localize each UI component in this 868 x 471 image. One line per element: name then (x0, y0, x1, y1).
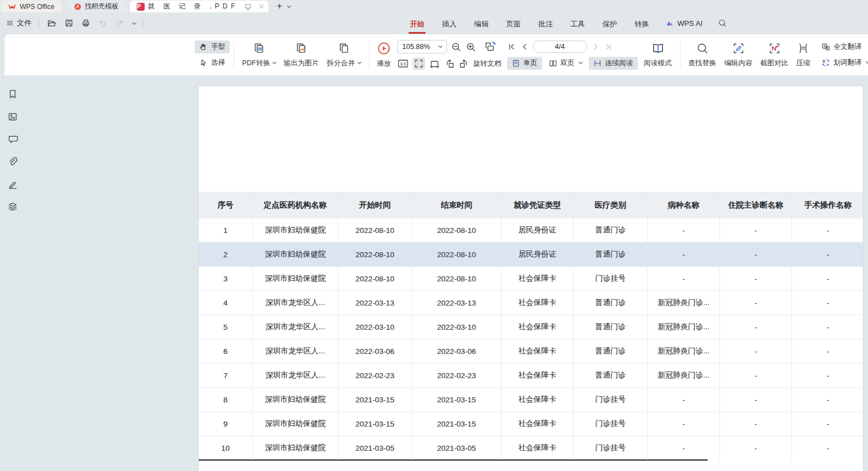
continuous-read-button[interactable]: 连续阅读 (589, 57, 638, 70)
divider (39, 19, 39, 28)
column-header: 医疗类别 (574, 192, 648, 218)
table-cell: 普通门诊 (574, 291, 648, 315)
table-cell: - (792, 218, 864, 242)
export-image-button[interactable]: 输出为图片 (280, 42, 323, 68)
table-row: 6深圳市龙华区人...2022-03-062022-03-06社会保障卡普通门诊… (199, 339, 863, 363)
table-cell: 2022-08-10 (412, 243, 502, 266)
menu-item-0[interactable]: 开始 (409, 14, 426, 33)
table-cell: 2021-03-15 (412, 388, 502, 411)
menu-item-6[interactable]: 保护 (601, 14, 618, 33)
table-cell: 深圳市妇幼保健院 (253, 436, 338, 460)
full-translate-button[interactable]: A 文 全文翻译 (817, 41, 868, 53)
zoom-out-icon[interactable] (451, 42, 462, 52)
close-tab-icon[interactable] (258, 3, 265, 10)
first-page-icon[interactable] (507, 42, 516, 51)
menu-item-4[interactable]: 批注 (537, 14, 554, 33)
table-row: 5深圳市龙华区人...2022-03-102022-03-10社会保障卡普通门诊… (199, 315, 863, 339)
table-cell: 2021-03-05 (412, 436, 502, 460)
split-merge-button[interactable]: 拆分合并 (323, 42, 365, 68)
table-row: 9深圳市妇幼保健院2021-03-152021-03-15社会保障卡门诊挂号--… (199, 411, 863, 436)
undo-icon[interactable] (98, 19, 108, 28)
redo-icon[interactable] (115, 19, 124, 28)
table-cell: 深圳市龙华区人... (253, 315, 338, 339)
zoom-level-dropdown[interactable]: 105.88% (397, 40, 447, 53)
print-icon[interactable] (81, 19, 91, 28)
monitor-icon[interactable] (244, 3, 252, 11)
screenshot-compare-button[interactable]: 截图对比 (757, 42, 793, 68)
next-page-icon[interactable] (591, 42, 600, 51)
save-icon[interactable] (64, 19, 74, 28)
table-cell: 社会保障卡 (502, 339, 574, 363)
menu-item-1[interactable]: 插入 (441, 14, 458, 33)
document-area: 序号定点医药机构名称开始时间结束时间就诊凭证类型医疗类别病种名称住院主诊断名称手… (0, 75, 868, 471)
edit-content-button[interactable]: 编辑内容 (721, 42, 757, 68)
table-cell: 2022-08-10 (338, 243, 412, 266)
medical-records-table: 序号定点医药机构名称开始时间结束时间就诊凭证类型医疗类别病种名称住院主诊断名称手… (199, 192, 863, 461)
pdf-logo-icon: P (137, 3, 145, 11)
divider (680, 42, 681, 68)
full-translate-label: 全文翻译 (834, 42, 862, 52)
open-folder-icon[interactable] (47, 19, 57, 28)
zoom-in-icon[interactable] (466, 42, 476, 52)
cursor-icon (199, 59, 208, 67)
play-button[interactable]: 播放 (373, 42, 395, 69)
read-mode-button[interactable]: 阅读模式 (640, 42, 676, 68)
double-page-button[interactable]: 双页 (544, 57, 587, 70)
hand-tool-button[interactable]: 手型 (195, 41, 230, 53)
chevron-down-icon (357, 60, 361, 64)
svg-text:文: 文 (826, 47, 829, 50)
rotate-left-icon[interactable] (444, 59, 455, 69)
search-icon[interactable] (718, 19, 727, 28)
tab-wps-office[interactable]: WPS Office (1, 1, 61, 12)
find-replace-button[interactable]: 查找替换 (684, 42, 721, 68)
fit-page-icon[interactable] (414, 59, 424, 69)
menu-item-7[interactable]: 转换 (633, 14, 650, 33)
compress-icon (797, 42, 809, 55)
new-tab-button[interactable]: + (276, 1, 282, 12)
menu-item-2[interactable]: 编辑 (473, 14, 490, 33)
last-page-icon[interactable] (604, 42, 613, 51)
tab-active-document[interactable]: P 就 医 记 录 .PDF (130, 1, 269, 12)
word-translate-button[interactable]: 文 A 划词翻译 (817, 56, 868, 69)
wps-ai-button[interactable]: WPS AI (665, 19, 703, 28)
table-row: 4深圳市龙华区人...2022-03-132022-03-13社会保障卡普通门诊… (199, 290, 863, 315)
quick-access-chevron-icon[interactable] (132, 20, 136, 24)
table-cell: 新冠肺炎门诊... (648, 364, 720, 387)
split-merge-label: 拆分合并 (327, 59, 355, 68)
table-cell: 居民身份证 (502, 218, 574, 242)
tab-list-chevron-icon[interactable] (287, 3, 291, 7)
rotate-doc-label[interactable]: 旋转文档 (473, 59, 502, 69)
actual-size-icon[interactable]: 1:1 (397, 59, 409, 69)
tab-label: 就 医 记 录 .PDF (148, 2, 239, 11)
thumbnail-icon[interactable] (7, 111, 18, 122)
bookmark-icon[interactable] (7, 89, 18, 100)
table-cell: - (792, 364, 864, 387)
double-page-label: 双页 (561, 59, 575, 68)
signature-pen-icon[interactable] (7, 179, 18, 190)
rotate-pages-icon[interactable] (484, 41, 497, 53)
table-cell: 社会保障卡 (502, 267, 574, 290)
file-menu-button[interactable]: 文件 (6, 18, 32, 28)
full-translate-icon: A 文 (821, 43, 830, 51)
compress-button[interactable]: 压缩 (793, 42, 815, 68)
wps-ai-logo-icon (665, 19, 674, 28)
menu-item-3[interactable]: 页面 (505, 14, 522, 33)
prev-page-icon[interactable] (520, 42, 529, 51)
table-cell: - (792, 315, 864, 339)
single-page-button[interactable]: 单页 (507, 57, 542, 70)
page-number-input[interactable]: 4/4 (533, 41, 587, 53)
comment-icon[interactable] (7, 134, 18, 145)
tab-docer-templates[interactable]: 找稻壳模板 (67, 1, 126, 12)
fit-width-icon[interactable] (429, 59, 440, 69)
pdf-convert-button[interactable]: W PDF转换 (238, 42, 280, 68)
column-header: 手术操作名称 (792, 192, 864, 218)
attachment-icon[interactable] (7, 156, 18, 167)
continuous-read-label: 连续阅读 (605, 59, 633, 68)
menu-item-5[interactable]: 工具 (569, 14, 586, 33)
table-cell: - (720, 412, 792, 436)
rotate-right-icon[interactable] (459, 59, 469, 69)
select-tool-button[interactable]: 选择 (195, 56, 230, 69)
table-cell: 社会保障卡 (502, 436, 574, 460)
layers-icon[interactable] (7, 201, 18, 212)
column-header: 开始时间 (338, 192, 412, 218)
